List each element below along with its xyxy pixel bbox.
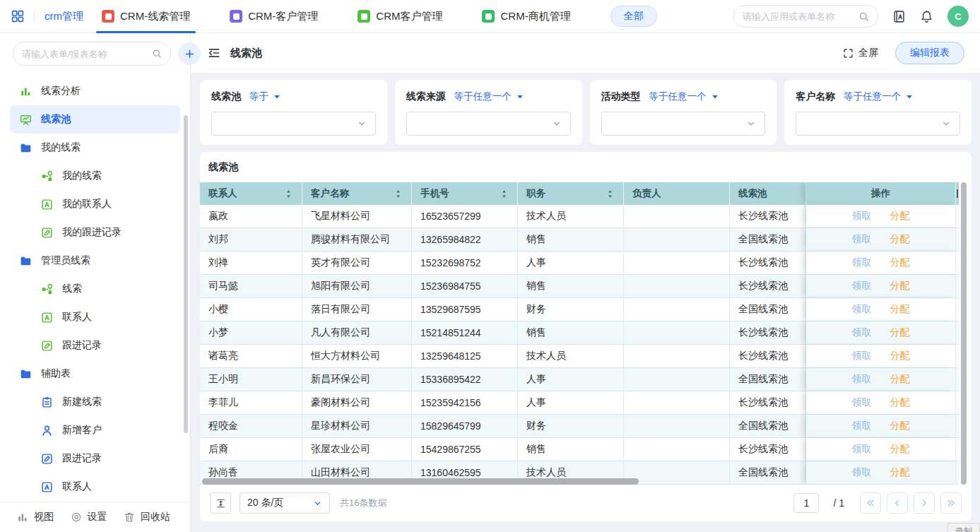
filter-label: 线索池 bbox=[211, 90, 241, 103]
sidebar-item-我的联系人[interactable]: 我的联系人 bbox=[0, 190, 190, 218]
form-search-input[interactable] bbox=[22, 49, 146, 59]
collapse-sidebar-icon[interactable] bbox=[208, 47, 220, 59]
tab-3[interactable]: CRM客户管理 bbox=[358, 0, 442, 33]
global-search[interactable] bbox=[733, 5, 878, 28]
sort-icon bbox=[284, 189, 293, 199]
receive-link[interactable]: 领取 bbox=[852, 443, 872, 456]
sidebar-item-我的跟进记录[interactable]: 我的跟进记录 bbox=[0, 218, 190, 247]
filter-select[interactable] bbox=[601, 112, 766, 136]
sidebar-item-我的线索[interactable]: 我的线索 bbox=[0, 134, 190, 162]
assign-link[interactable]: 分配 bbox=[890, 256, 910, 269]
cell-pool: 全国线索池 bbox=[730, 415, 806, 438]
receive-link[interactable]: 领取 bbox=[852, 326, 872, 339]
sidebar-item-联系人[interactable]: 联系人 bbox=[0, 303, 190, 331]
filter-condition[interactable]: 等于任意一个 bbox=[649, 90, 719, 103]
app-launcher-grid-icon[interactable] bbox=[11, 10, 24, 23]
folder-icon bbox=[20, 142, 32, 154]
sidebar-footer-视图[interactable]: 视图 bbox=[17, 511, 54, 524]
cell-company: 新昌环保公司 bbox=[302, 368, 412, 391]
form-search[interactable] bbox=[13, 42, 171, 66]
prev-page-button[interactable] bbox=[887, 492, 908, 514]
workspace-link[interactable]: crm管理 bbox=[45, 10, 83, 23]
filter-condition[interactable]: 等于任意一个 bbox=[844, 90, 913, 103]
address-book-icon[interactable] bbox=[892, 10, 906, 23]
cell-phone: 15429867255 bbox=[412, 438, 518, 461]
sidebar-item-我的线索[interactable]: 我的线索 bbox=[0, 162, 190, 190]
assign-link[interactable]: 分配 bbox=[890, 233, 910, 246]
avatar[interactable]: C bbox=[947, 6, 969, 27]
sidebar-scrollbar[interactable] bbox=[184, 115, 188, 433]
receive-link[interactable]: 领取 bbox=[852, 256, 872, 269]
filter-condition[interactable]: 等于 bbox=[249, 90, 281, 103]
receive-link[interactable]: 领取 bbox=[852, 233, 872, 246]
record-button[interactable]: 录制 bbox=[947, 523, 980, 532]
sidebar-item-辅助表[interactable]: 辅助表 bbox=[0, 360, 190, 388]
receive-link[interactable]: 领取 bbox=[852, 303, 872, 316]
column-header-联系人[interactable]: 联系人 bbox=[200, 182, 302, 205]
sidebar-item-联系人[interactable]: 联系人 bbox=[0, 473, 190, 501]
assign-link[interactable]: 分配 bbox=[890, 210, 910, 223]
sidebar-item-线索分析[interactable]: 线索分析 bbox=[0, 77, 190, 105]
sidebar-item-线索池[interactable]: 线索池 bbox=[10, 105, 180, 134]
sidebar-footer-回收站[interactable]: 回收站 bbox=[124, 511, 170, 524]
last-page-button[interactable] bbox=[940, 492, 962, 514]
receive-link[interactable]: 领取 bbox=[852, 466, 872, 479]
sidebar-item-跟进记录[interactable]: 跟进记录 bbox=[0, 444, 190, 473]
assign-link[interactable]: 分配 bbox=[890, 373, 910, 386]
filter-condition[interactable]: 等于任意一个 bbox=[454, 90, 524, 103]
column-header-职务[interactable]: 职务 bbox=[518, 182, 624, 205]
filter-select[interactable] bbox=[796, 112, 960, 136]
table-row: 司马懿旭阳有限公司15236984755销售长沙线索池领取分配 bbox=[200, 275, 972, 298]
global-search-input[interactable] bbox=[743, 11, 853, 22]
add-form-button[interactable] bbox=[178, 42, 201, 65]
bell-icon[interactable] bbox=[920, 10, 933, 23]
edit-report-button[interactable]: 编辑报表 bbox=[895, 42, 964, 64]
assign-link[interactable]: 分配 bbox=[890, 420, 910, 432]
filter-select[interactable] bbox=[211, 112, 376, 136]
assign-link[interactable]: 分配 bbox=[890, 443, 910, 456]
assign-link[interactable]: 分配 bbox=[890, 350, 910, 362]
assign-link[interactable]: 分配 bbox=[890, 280, 910, 292]
main-header: 线索池 全屏 编辑报表 bbox=[191, 33, 980, 73]
page-number-input[interactable] bbox=[793, 493, 819, 513]
assign-link[interactable]: 分配 bbox=[890, 326, 910, 339]
assign-link[interactable]: 分配 bbox=[890, 396, 910, 409]
sort-icon bbox=[394, 189, 403, 199]
sidebar-item-跟进记录[interactable]: 跟进记录 bbox=[0, 331, 190, 360]
all-apps-button[interactable]: 全部 bbox=[610, 6, 657, 27]
receive-link[interactable]: 领取 bbox=[852, 373, 872, 386]
next-page-button[interactable] bbox=[914, 492, 935, 514]
table-row: 刘禅英才有限公司15232698752人事长沙线索池领取分配 bbox=[200, 252, 972, 275]
tab-1[interactable]: CRM-线索管理 bbox=[102, 0, 190, 33]
page-size-select[interactable]: 20 条/页 bbox=[240, 492, 330, 514]
sidebar-item-线索[interactable]: 线索 bbox=[0, 275, 190, 303]
filter-condition-label: 等于 bbox=[249, 90, 268, 103]
horizontal-scrollbar[interactable] bbox=[202, 478, 639, 485]
sidebar-item-新建线索[interactable]: 新建线索 bbox=[0, 388, 190, 416]
column-header-手机号[interactable]: 手机号 bbox=[412, 182, 518, 205]
receive-link[interactable]: 领取 bbox=[852, 350, 872, 362]
chevron-left-icon bbox=[892, 498, 902, 508]
table-row: 小梦凡人有限公司15214851244销售长沙线索池领取分配 bbox=[200, 321, 972, 345]
receive-link[interactable]: 领取 bbox=[852, 396, 872, 409]
sidebar-item-管理员线索[interactable]: 管理员线索 bbox=[0, 247, 190, 275]
sidebar-item-label: 联系人 bbox=[62, 311, 92, 324]
receive-link[interactable]: 领取 bbox=[852, 280, 872, 292]
filter-select[interactable] bbox=[406, 112, 571, 136]
cell-actions: 领取分配 bbox=[806, 368, 956, 391]
fullscreen-button[interactable]: 全屏 bbox=[843, 47, 878, 59]
receive-link[interactable]: 领取 bbox=[852, 420, 872, 432]
cell-actions: 领取分配 bbox=[806, 205, 956, 228]
sidebar-item-新增客户[interactable]: 新增客户 bbox=[0, 416, 190, 444]
tab-2[interactable]: CRM-客户管理 bbox=[230, 0, 318, 33]
vertical-scrollbar[interactable] bbox=[961, 182, 967, 485]
column-header-客户名称[interactable]: 客户名称 bbox=[302, 182, 412, 205]
first-page-button[interactable] bbox=[860, 492, 881, 514]
board-icon bbox=[20, 114, 32, 126]
assign-link[interactable]: 分配 bbox=[890, 303, 910, 316]
assign-link[interactable]: 分配 bbox=[890, 466, 910, 479]
tab-4[interactable]: CRM-商机管理 bbox=[482, 0, 570, 33]
sidebar-footer-设置[interactable]: 设置 bbox=[71, 511, 107, 524]
receive-link[interactable]: 领取 bbox=[852, 210, 872, 223]
row-height-button[interactable] bbox=[210, 492, 231, 514]
